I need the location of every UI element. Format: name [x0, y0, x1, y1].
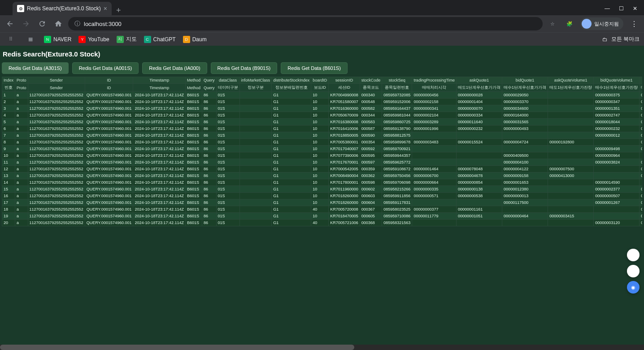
bookmark-item[interactable]: YYouTube	[78, 35, 109, 43]
column-subheader[interactable]: ID	[85, 84, 133, 92]
column-header[interactable]: bidQuoteVolume1	[594, 77, 640, 84]
float-tool-2-icon[interactable]: ⊞	[627, 265, 640, 277]
data-tab-button[interactable]: Redis Get Data (IA000)	[142, 62, 207, 74]
table-row[interactable]: 11a112700163792552552552552QUERY.0001574…	[2, 159, 643, 166]
back-button[interactable]	[4, 17, 16, 30]
column-subheader[interactable]: 매수1단계우선호가잔량	[594, 84, 640, 92]
column-subheader[interactable]: 매수1단계우선호가가격	[502, 84, 548, 92]
close-window-icon[interactable]: ✕	[633, 5, 637, 12]
column-subheader[interactable]: 보드ID	[311, 84, 329, 92]
table-row[interactable]: 1a112700163792552552552552QUERY.00015749…	[2, 92, 643, 99]
table-row[interactable]: 4a112700163792552552552552QUERY.00015749…	[2, 112, 643, 119]
horizontal-scrollbar[interactable]	[0, 345, 644, 350]
column-header[interactable]: Query	[202, 77, 217, 84]
browser-menu-icon[interactable]: ⋮	[628, 20, 640, 28]
column-header[interactable]: Sender	[28, 77, 85, 84]
data-tab-button[interactable]: Redis Get Data (B601S)	[281, 62, 348, 74]
table-row[interactable]: 18a112700163792552552552552QUERY.0001574…	[2, 206, 643, 213]
apps-icon[interactable]: ⠿	[4, 33, 17, 46]
table-row[interactable]: 5a112700163792552552552552QUERY.00015749…	[2, 119, 643, 125]
minimize-icon[interactable]: —	[605, 5, 610, 12]
data-tab-button[interactable]: Redis Get Data (A001S)	[72, 62, 139, 74]
table-row[interactable]: 20a112700163792552552552552QUERY.0001574…	[2, 220, 643, 226]
bookmark-star-icon[interactable]: ☆	[546, 17, 559, 30]
column-header[interactable]: Proto	[15, 77, 28, 84]
column-subheader[interactable]: 데이터구분	[216, 84, 239, 92]
data-tab-button[interactable]: Redis Get Data (A301S)	[2, 62, 69, 74]
extensions-icon[interactable]: 🧩	[563, 17, 576, 30]
column-header[interactable]: dataClass	[216, 77, 239, 84]
column-header[interactable]: bidQuote1	[502, 77, 548, 84]
column-subheader[interactable]: 매도1단계우선호가잔량	[548, 84, 594, 92]
column-subheader[interactable]: Query	[202, 84, 217, 92]
new-tab-button[interactable]: +	[112, 6, 126, 15]
column-subheader[interactable]: 매도1단계우선호가가격	[457, 84, 502, 92]
url-input[interactable]: ⓘ localhost:3000	[68, 17, 543, 30]
column-subheader[interactable]: 매도2단계우선호가가격	[640, 84, 642, 92]
table-row[interactable]: 8a112700163792552552552552QUERY.00015749…	[2, 139, 643, 146]
scrollbar-thumb[interactable]	[0, 345, 354, 350]
table-row[interactable]: 13a112700163792552552552552QUERY.0001574…	[2, 173, 643, 179]
column-header[interactable]: stockSeq	[382, 77, 412, 84]
home-button[interactable]	[52, 17, 65, 30]
table-cell: 085959164437	[382, 105, 412, 112]
column-header[interactable]: ID	[85, 77, 133, 84]
reload-button[interactable]	[36, 17, 48, 30]
column-subheader[interactable]: Proto	[15, 84, 28, 92]
column-header[interactable]: Timestamp	[133, 77, 186, 84]
site-info-icon[interactable]: ⓘ	[74, 20, 80, 28]
table-row[interactable]: 16a112700163792552552552552QUERY.0001574…	[2, 193, 643, 199]
table-row[interactable]: 2a112700163792552552552552QUERY.00015749…	[2, 99, 643, 105]
table-row[interactable]: 17a112700163792552552552552QUERY.0001574…	[2, 199, 643, 206]
data-tab-button[interactable]: Redis Get Data (B901S)	[211, 62, 278, 74]
reading-list-icon[interactable]: ▦	[24, 33, 37, 46]
column-header[interactable]: askQuoteVolume1	[548, 77, 594, 84]
bookmark-item[interactable]: NNAVER	[44, 35, 71, 43]
maximize-icon[interactable]: ☐	[619, 5, 624, 12]
table-row[interactable]: 15a112700163792552552552552QUERY.0001574…	[2, 186, 643, 193]
all-bookmarks-link[interactable]: 모든 북마크	[611, 35, 640, 43]
column-header[interactable]: infoMarketClass	[239, 77, 272, 84]
table-row[interactable]: 10a112700163792552552552552QUERY.0001574…	[2, 152, 643, 159]
column-header[interactable]: askQuote2	[640, 77, 642, 84]
column-header[interactable]: Method	[186, 77, 202, 84]
table-row[interactable]: 7a112700163792552552552552QUERY.00015749…	[2, 132, 643, 139]
table-cell: KR7018470005	[329, 213, 360, 220]
close-icon[interactable]: ×	[104, 5, 107, 12]
column-header[interactable]: distributeStockIndex	[272, 77, 311, 84]
column-header[interactable]: sessionID	[329, 77, 360, 84]
table-cell: 00000034600	[502, 105, 548, 112]
column-subheader[interactable]: 번호	[2, 84, 15, 92]
bookmark-item[interactable]: CChatGPT	[144, 35, 176, 43]
column-header[interactable]: stockCode	[360, 77, 382, 84]
column-subheader[interactable]: Timestamp	[133, 84, 186, 92]
profile-button[interactable]: 일시중지됨	[580, 17, 623, 30]
column-header[interactable]: boardID	[311, 77, 329, 84]
table-row[interactable]: 14a112700163792552552552552QUERY.0001574…	[2, 179, 643, 186]
table-row[interactable]: 3a112700163792552552552552QUERY.00015749…	[2, 105, 643, 112]
column-subheader[interactable]: 종목일련번호	[382, 84, 412, 92]
float-tool-1-icon[interactable]: ✦	[627, 249, 640, 261]
table-row[interactable]: 9a112700163792552552552552QUERY.00015749…	[2, 146, 643, 152]
column-subheader[interactable]: 종목코드	[360, 84, 382, 92]
table-row[interactable]: 6a112700163792552552552552QUERY.00015749…	[2, 125, 643, 132]
column-subheader[interactable]: 매매처리시각	[412, 84, 457, 92]
table-row[interactable]: 19a112700163792552552552552QUERY.0001574…	[2, 213, 643, 220]
forward-button[interactable]	[20, 17, 32, 30]
table-cell: 00000022200	[640, 193, 642, 199]
column-subheader[interactable]: 세션ID	[329, 84, 360, 92]
bookmark-item[interactable]: 지지도	[117, 35, 137, 43]
table-cell: QUERY.0001574960.001	[85, 206, 133, 213]
column-subheader[interactable]: Method	[186, 84, 202, 92]
column-header[interactable]: tradingProcessingTime	[412, 77, 457, 84]
float-tool-3-icon[interactable]: ◉	[627, 281, 640, 294]
column-subheader[interactable]: Sender	[28, 84, 85, 92]
browser-tab[interactable]: ⚙ Redis Search(Exture3.0 Stock) ×	[13, 2, 112, 15]
table-cell: a	[15, 119, 28, 125]
table-row[interactable]: 12a112700163792552552552552QUERY.0001574…	[2, 166, 643, 173]
column-header[interactable]: Index	[2, 77, 15, 84]
column-subheader[interactable]: 정보구분	[239, 84, 272, 92]
column-subheader[interactable]: 정보분배일련번호	[272, 84, 311, 92]
column-header[interactable]: askQuote1	[457, 77, 502, 84]
bookmark-item[interactable]: DDaum	[183, 35, 207, 43]
